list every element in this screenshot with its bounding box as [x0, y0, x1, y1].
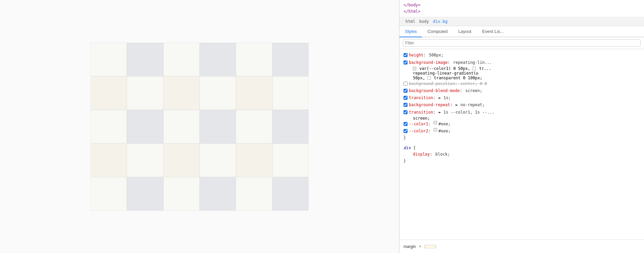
- prop-value-display: block;: [433, 151, 450, 158]
- colon-bg-repeat: :: [450, 102, 452, 108]
- filter-input[interactable]: [403, 39, 641, 47]
- prop-value-bg-image: repeating-lin...: [451, 59, 492, 66]
- bg-image-value-line4: 50px,: [413, 76, 425, 80]
- transition-screen: screen;: [413, 116, 640, 121]
- colon-transition-short: :: [433, 95, 435, 101]
- cell-0-2: [163, 43, 200, 76]
- color-swatch-transparent[interactable]: [473, 67, 476, 70]
- html-source-line-2: </html>: [404, 8, 640, 15]
- cell-4-0: [91, 177, 127, 211]
- prop-value-transition-long: ► 1s --color1, 1s --...: [436, 109, 494, 116]
- css-prop-height: height : 500px;: [404, 52, 640, 59]
- prop-name-blend-mode: background-blend-mode: [409, 88, 460, 94]
- cell-1-5: [272, 76, 309, 110]
- cell-2-2: [163, 110, 200, 143]
- colon-bg-image: :: [448, 59, 450, 66]
- prop-name-bg-position: background-position: [409, 81, 455, 87]
- breadcrumb-div-bg[interactable]: div.bg: [431, 18, 449, 25]
- cell-2-5: [272, 110, 309, 143]
- transition-screen-value: screen;: [413, 116, 430, 121]
- color-swatch-transparent2[interactable]: [427, 76, 431, 80]
- prop-name-color1: --color1: [409, 121, 428, 127]
- prop-name-transition-long: transition: [409, 109, 433, 116]
- cell-3-4: [236, 143, 272, 177]
- css-prop-bg-position: background-position : center, 0 0: [404, 80, 640, 87]
- prop-value-color2: [431, 128, 434, 134]
- colon-bg-position: :: [455, 81, 457, 87]
- css-block-div: div { display : block; }: [399, 142, 644, 165]
- color-swatch-color2[interactable]: [434, 128, 437, 131]
- bg-image-value-line2: var(--color1) 0 50px,: [419, 66, 470, 71]
- css-prop-transition-long: transition : ► 1s --color1, 1s --...: [404, 109, 640, 116]
- open-brace-div: {: [413, 145, 416, 150]
- checkbox-color1[interactable]: [404, 122, 408, 126]
- cell-1-3: [200, 76, 236, 110]
- cell-4-4: [236, 177, 272, 211]
- closing-brace-div: }: [404, 158, 640, 164]
- checkbox-transition-short[interactable]: [404, 96, 408, 100]
- closing-body-tag: </body>: [404, 3, 421, 7]
- checkbox-height[interactable]: [404, 53, 408, 57]
- prop-name-bg-image: background-image: [409, 59, 448, 66]
- box-model-arrow: ▼: [419, 245, 422, 248]
- margin-box: [425, 245, 436, 248]
- devtools-panel: </body> </html> html body div.bg Styles …: [399, 0, 644, 253]
- prop-value-blend-mode: screen;: [463, 88, 482, 94]
- cell-3-0: [91, 143, 127, 177]
- css-prop-color1: --color1 : #eee;: [404, 121, 640, 128]
- colon-display: :: [430, 151, 432, 158]
- color-swatch-var-color1[interactable]: [413, 67, 416, 70]
- cell-3-1: [127, 143, 163, 177]
- cell-4-1: [127, 177, 163, 211]
- html-source: </body> </html>: [399, 0, 644, 17]
- checkbox-bg-repeat[interactable]: [404, 103, 408, 107]
- css-prop-transition-short: transition : ► 1s;: [404, 94, 640, 101]
- selector-div: div {: [404, 143, 640, 151]
- cell-3-5: [272, 143, 309, 177]
- checker-grid: [91, 43, 309, 211]
- checkbox-bg-position[interactable]: [404, 82, 408, 86]
- prop-name-display: display: [413, 151, 430, 158]
- tab-event-listeners[interactable]: Event Lis...: [477, 26, 509, 37]
- css-prop-bg-repeat: background-repeat : ► no-repeat;: [404, 101, 640, 109]
- cell-1-0: [91, 76, 127, 110]
- closing-brace-main: }: [404, 135, 640, 141]
- cell-4-5: [272, 177, 309, 211]
- cell-1-4: [236, 76, 272, 110]
- checkbox-blend-mode[interactable]: [404, 89, 408, 93]
- color-swatch-color1[interactable]: [434, 121, 437, 124]
- prop-value-transition-short: ► 1s;: [436, 95, 450, 101]
- tab-computed[interactable]: Computed: [422, 26, 453, 37]
- tab-styles[interactable]: Styles: [399, 26, 422, 37]
- colon-blend-mode: :: [460, 88, 462, 94]
- cell-4-3: [200, 177, 236, 211]
- breadcrumb-html[interactable]: html: [404, 18, 417, 25]
- box-model-section: margin ▼: [399, 240, 644, 253]
- cell-0-4: [236, 43, 272, 76]
- selector-div-text: div: [404, 145, 411, 150]
- bg-image-value-line3: repeating-linear-gradient(◎: [413, 71, 478, 76]
- html-source-line-1: </body>: [404, 2, 640, 8]
- cell-2-4: [236, 110, 272, 143]
- css-rules-panel: height : 500px; background-image : repea…: [399, 49, 644, 240]
- tab-layout[interactable]: Layout: [453, 26, 477, 37]
- devtools-tabs: Styles Computed Layout Event Lis...: [399, 26, 644, 37]
- cell-2-1: [127, 110, 163, 143]
- css-prop-blend-mode: background-blend-mode : screen;: [404, 87, 640, 94]
- prop-value-color1-hex: #eee;: [438, 121, 450, 127]
- filter-bar: [399, 37, 644, 49]
- cell-3-2: [163, 143, 200, 177]
- checkbox-color2[interactable]: [404, 129, 408, 133]
- checkbox-transition-long[interactable]: [404, 110, 408, 114]
- cell-2-3: [200, 110, 236, 143]
- checkbox-bg-image[interactable]: [404, 60, 408, 65]
- bg-image-transparent-100px: transparent 0 100px;: [434, 76, 483, 80]
- bg-image-line2: var(--color1) 0 50px, tr...: [413, 66, 640, 71]
- cell-0-1: [127, 43, 163, 76]
- preview-panel: [0, 0, 399, 253]
- prop-name-color2: --color2: [409, 128, 428, 134]
- breadcrumb-body[interactable]: body: [417, 18, 431, 25]
- prop-value-bg-repeat: ► no-repeat;: [453, 102, 485, 108]
- prop-value-height: 500px;: [427, 52, 444, 58]
- cell-0-3: [200, 43, 236, 76]
